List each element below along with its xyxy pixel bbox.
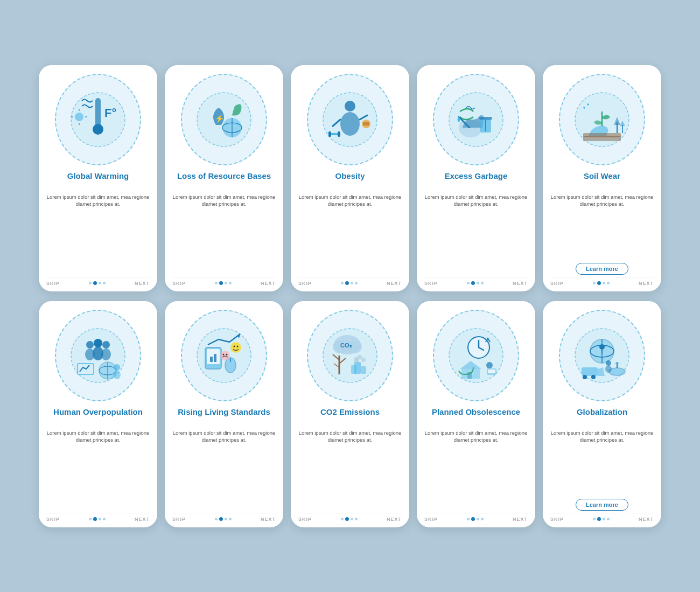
card-text: Lorem ipsum dolor sit dim amet, mea regi… <box>172 193 276 277</box>
skip-label[interactable]: SKIP <box>550 281 564 286</box>
svg-rect-90 <box>488 370 495 373</box>
card-title: Excess Garbage <box>445 171 508 190</box>
dot <box>607 518 610 520</box>
icon-area-global-warming: F° <box>55 74 141 165</box>
skip-label[interactable]: SKIP <box>46 281 60 286</box>
skip-label[interactable]: SKIP <box>172 517 186 522</box>
svg-point-62 <box>223 353 225 355</box>
svg-rect-1 <box>95 98 101 128</box>
living-icon <box>192 323 256 388</box>
dot <box>99 282 101 284</box>
dot <box>467 282 470 284</box>
icon-area-planned-obsolescence <box>433 310 519 401</box>
svg-point-95 <box>599 344 605 350</box>
next-label[interactable]: NEXT <box>513 517 528 522</box>
svg-rect-27 <box>479 117 492 120</box>
dot <box>351 282 353 284</box>
next-label[interactable]: NEXT <box>387 517 402 522</box>
dot <box>477 282 479 284</box>
svg-point-39 <box>86 341 94 349</box>
dot <box>341 518 344 520</box>
next-label[interactable]: NEXT <box>261 281 276 286</box>
dot <box>607 282 610 284</box>
card-title: Obesity <box>335 171 365 190</box>
dot <box>481 282 484 284</box>
next-label[interactable]: NEXT <box>135 281 150 286</box>
svg-point-58 <box>230 342 241 353</box>
dots <box>467 517 484 521</box>
svg-point-41 <box>94 339 102 347</box>
dot <box>229 518 232 520</box>
co2-icon: CO₂ <box>318 323 382 388</box>
svg-point-15 <box>345 101 355 112</box>
card-footer: SKIP NEXT <box>298 513 402 522</box>
dot-active <box>597 517 601 521</box>
icon-area-rising-living <box>181 310 267 401</box>
skip-label[interactable]: SKIP <box>172 281 186 286</box>
icon-area-co2-emissions: CO₂ <box>307 310 393 401</box>
dot <box>99 518 101 520</box>
svg-text:F°: F° <box>104 106 116 120</box>
card-footer: SKIP NEXT <box>298 277 402 286</box>
drop-leaf-icon: ⚡ <box>192 87 256 152</box>
learn-more-button[interactable]: Learn more <box>576 499 628 511</box>
skip-label[interactable]: SKIP <box>550 517 564 522</box>
next-label[interactable]: NEXT <box>513 281 528 286</box>
skip-label[interactable]: SKIP <box>424 281 438 286</box>
icon-area-obesity <box>307 74 393 165</box>
card-rising-living: Rising Living Standards Lorem ipsum dolo… <box>165 301 283 527</box>
icon-area-human-overpopulation <box>55 310 141 401</box>
card-soil-wear: Soil Wear Lorem ipsum dolor sit dim amet… <box>543 65 661 291</box>
svg-rect-20 <box>363 122 369 126</box>
skip-label[interactable]: SKIP <box>424 517 438 522</box>
dots <box>89 517 106 521</box>
garbage-icon <box>444 87 508 152</box>
dot <box>477 518 479 520</box>
row-2: Human Overpopulation Lorem ipsum dolor s… <box>39 301 661 527</box>
card-title: Human Overpopulation <box>53 407 143 426</box>
next-label[interactable]: NEXT <box>639 517 654 522</box>
card-footer: SKIP NEXT <box>424 513 528 522</box>
row-1: F° Global Warming Lorem ipsum dolor sit … <box>39 65 661 291</box>
card-text: Lorem ipsum dolor sit dim amet, mea regi… <box>298 193 402 277</box>
dots <box>215 517 232 521</box>
card-co2-emissions: CO₂ CO2 Emissions Lorem ipsum <box>291 301 409 527</box>
card-text: Lorem ipsum dolor sit dim amet, mea regi… <box>298 429 402 513</box>
main-grid: F° Global Warming Lorem ipsum dolor sit … <box>24 53 676 539</box>
skip-label[interactable]: SKIP <box>298 517 312 522</box>
learn-more-button[interactable]: Learn more <box>576 263 628 275</box>
icon-area-excess-garbage <box>433 74 519 165</box>
card-planned-obsolescence: Planned Obsolescence Lorem ipsum dolor s… <box>417 301 535 527</box>
card-text: Lorem ipsum dolor sit dim amet, mea regi… <box>46 193 150 277</box>
card-title: CO2 Emissions <box>320 407 380 426</box>
svg-point-61 <box>220 351 230 360</box>
dot <box>89 518 92 520</box>
dot <box>215 282 218 284</box>
dot <box>467 518 470 520</box>
next-label[interactable]: NEXT <box>387 281 402 286</box>
dots <box>89 281 106 285</box>
card-obesity: Obesity Lorem ipsum dolor sit dim amet, … <box>291 65 409 291</box>
next-label[interactable]: NEXT <box>135 517 150 522</box>
dot <box>593 518 596 520</box>
dot <box>355 282 358 284</box>
svg-point-103 <box>605 365 612 373</box>
globe-icon <box>570 323 634 388</box>
svg-rect-22 <box>328 131 331 137</box>
next-label[interactable]: NEXT <box>261 517 276 522</box>
card-footer: SKIP NEXT <box>46 513 150 522</box>
svg-point-63 <box>226 353 228 355</box>
dots <box>341 281 358 285</box>
card-title: Global Warming <box>67 171 129 190</box>
dot <box>229 282 232 284</box>
card-footer: SKIP NEXT <box>172 513 276 522</box>
card-title: Globalization <box>577 407 627 426</box>
next-label[interactable]: NEXT <box>639 281 654 286</box>
dots <box>593 517 610 521</box>
skip-label[interactable]: SKIP <box>46 517 60 522</box>
dots <box>215 281 232 285</box>
svg-point-78 <box>358 355 362 359</box>
skip-label[interactable]: SKIP <box>298 281 312 286</box>
dot <box>341 282 344 284</box>
soil-icon <box>570 87 634 152</box>
